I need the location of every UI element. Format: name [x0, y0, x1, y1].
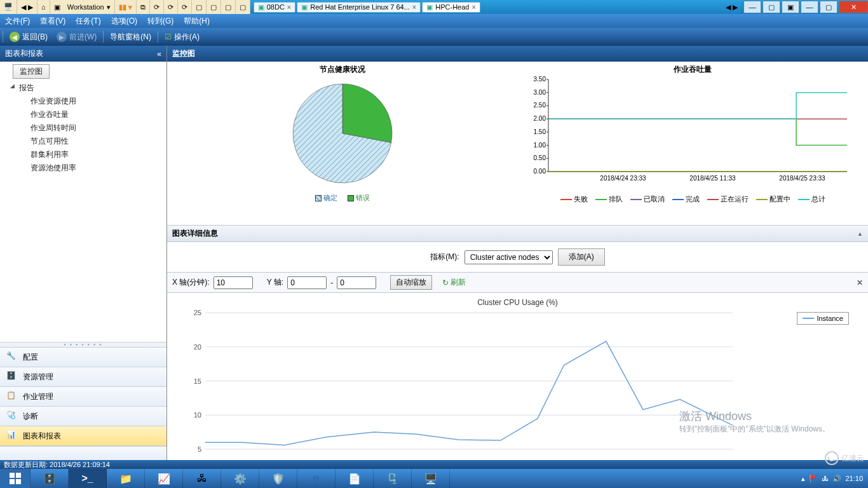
yaxis-to-input[interactable] [337, 276, 376, 289]
vm-tool-icon-1[interactable]: ⧉ [137, 0, 150, 14]
svg-text:2.00: 2.00 [533, 115, 546, 122]
vm-tab[interactable]: ▣08DC× [254, 2, 296, 13]
legend-item: 排队 [595, 194, 623, 204]
task-ie-icon[interactable]: e [297, 469, 336, 488]
task-explorer-icon[interactable]: 📁 [107, 469, 145, 488]
tray-up-icon[interactable]: ▴ [801, 475, 805, 483]
tray-net-icon[interactable]: 🖧 [822, 475, 829, 482]
tree-item[interactable]: 作业资源使用 [13, 95, 166, 108]
vm-max-icon[interactable]: ▢ [763, 1, 780, 13]
cpu-title: Cluster CPU Usage (%) [180, 298, 855, 307]
menu-item[interactable]: 文件(F) [0, 16, 35, 27]
tree-item[interactable]: 群集利用率 [13, 148, 166, 161]
inner-max-icon[interactable]: ▢ [820, 1, 837, 13]
task-host-icon[interactable]: 🖥️ [412, 469, 450, 488]
xaxis-input[interactable] [214, 276, 253, 289]
vm-pause-icon[interactable]: ▮▮ ▾ [115, 0, 137, 14]
yaxis-label: Y 轴: [267, 277, 283, 288]
svg-text:20: 20 [194, 343, 201, 351]
legend-item: 完成 [672, 194, 700, 204]
vm-tab[interactable]: ▣HPC-Head× [422, 2, 480, 13]
svg-text:3.50: 3.50 [533, 76, 546, 83]
legend-item: 已取消 [630, 194, 665, 204]
svg-text:2018/4/25 11:33: 2018/4/25 11:33 [689, 175, 736, 182]
cpu-legend: Instance [797, 312, 849, 325]
tree-parent-reports[interactable]: ◢报告 [13, 81, 166, 95]
vm-tool-icon-3[interactable]: ⟳ [164, 0, 178, 14]
xaxis-label: X 轴(分钟): [172, 277, 210, 288]
yaxis-from-input[interactable] [287, 276, 327, 289]
refresh-button[interactable]: ↻刷新 [442, 277, 466, 288]
task-gear-icon[interactable]: ⚙️ [221, 469, 259, 488]
vm-tab-nav[interactable]: ◀ ▶ [722, 0, 742, 14]
pie-svg [279, 76, 406, 191]
tree-item[interactable]: 作业吞吐量 [13, 108, 166, 121]
detail-header[interactable]: 图表详细信息▲ [167, 226, 868, 242]
tab-close-icon[interactable]: × [471, 3, 475, 11]
task-powershell-icon[interactable]: >_ [69, 469, 107, 488]
sidebar-grip[interactable]: ● ● ● ● ● ● ● [0, 342, 166, 347]
menu-item[interactable]: 选项(O) [106, 16, 142, 27]
menu-item[interactable]: 任务(T) [71, 16, 105, 27]
navpane-button[interactable]: 导航窗格(N) [106, 30, 155, 44]
task-archive-icon[interactable]: 🗜️ [374, 469, 412, 488]
close-icon[interactable]: ✕ [857, 278, 863, 287]
task-monitor-icon[interactable]: 📈 [145, 469, 183, 488]
autoscale-button[interactable]: 自动缩放 [390, 275, 432, 290]
back-button[interactable]: ◀返回(B) [6, 30, 51, 44]
menu-item[interactable]: 帮助(H) [179, 16, 215, 27]
task-cluster-icon[interactable]: 🖧 [183, 469, 221, 488]
legend-item: 配置中 [756, 194, 790, 204]
sidebar-header: 图表和报表« [0, 46, 166, 62]
vm-tool-icon-8[interactable]: ▢ [236, 0, 250, 14]
forward-icon: ▶ [57, 32, 67, 42]
cpu-svg: 510152025 [180, 309, 841, 456]
vm-min-icon[interactable]: — [743, 1, 761, 13]
svg-text:2018/4/24 23:33: 2018/4/24 23:33 [600, 175, 646, 182]
tree-item[interactable]: 作业周转时间 [13, 121, 166, 135]
inner-min-icon[interactable]: — [801, 1, 818, 13]
vm-tool-icon-5[interactable]: ▢ [192, 0, 207, 14]
app-menubar: 文件(F)查看(V)任务(T)选项(O)转到(G)帮助(H) [0, 14, 868, 28]
task-notes-icon[interactable]: 📄 [336, 469, 374, 488]
svg-text:5: 5 [198, 445, 201, 453]
vm-tab[interactable]: ▣Red Hat Enterprise Linux 7 64...× [297, 2, 421, 13]
menu-item[interactable]: 转到(G) [142, 16, 179, 27]
metric-select[interactable]: Cluster active nodes [465, 250, 553, 264]
sidebar-tab-3[interactable]: 🩺诊断 [0, 407, 166, 426]
tree-item[interactable]: 资源池使用率 [13, 161, 166, 175]
sidebar-tab-0[interactable]: 🔧配置 [0, 348, 166, 367]
legend-item: 正在运行 [707, 194, 749, 204]
vm-tool-icon-4[interactable]: ⟳ [178, 0, 192, 14]
tray-vol-icon[interactable]: 🔊 [832, 475, 841, 483]
tab-close-icon[interactable]: × [412, 3, 416, 11]
svg-text:1.50: 1.50 [533, 128, 546, 135]
task-servermgr-icon[interactable]: 🗄️ [31, 469, 69, 488]
sidebar-tab-1[interactable]: 🗄️资源管理 [0, 367, 166, 387]
add-button[interactable]: 添加(A) [558, 248, 605, 266]
menu-item[interactable]: 查看(V) [35, 16, 71, 27]
vm-tool-icon-7[interactable]: ▢ [221, 0, 236, 14]
monitor-chart-button[interactable]: 监控图 [13, 64, 50, 79]
workstation-dropdown[interactable]: Workstation [67, 3, 104, 11]
vm-nav-group: ◀ ▶ [17, 0, 37, 14]
tray-clock[interactable]: 21:10 [845, 475, 863, 482]
tray-flag-icon[interactable]: 🚩 [809, 475, 818, 483]
legend-item: 确定 [315, 193, 337, 203]
start-button[interactable] [0, 469, 31, 488]
taskbar: 🗄️ >_ 📁 📈 🖧 ⚙️ 🛡️ e 📄 🗜️ 🖥️ ▴ 🚩 🖧 🔊 21:1… [0, 469, 868, 488]
tab-close-icon[interactable]: × [287, 3, 291, 11]
inner-close-icon[interactable]: ✕ [839, 1, 868, 13]
vm-tool-icon-2[interactable]: ⟳ [150, 0, 164, 14]
sidebar-tab-4[interactable]: 📊图表和报表 [0, 426, 166, 446]
collapse-caret-icon[interactable]: ▲ [857, 231, 863, 237]
vm-home-icon[interactable]: ⌂ [37, 0, 50, 14]
vm-close1-icon[interactable]: ▣ [782, 1, 799, 13]
vm-tool-icon-6[interactable]: ▢ [207, 0, 221, 14]
metric-row: 指标(M): Cluster active nodes 添加(A) [167, 242, 868, 272]
tree-item[interactable]: 节点可用性 [13, 135, 166, 148]
actions-button[interactable]: ☑操作(A) [161, 30, 203, 44]
collapse-icon[interactable]: « [157, 50, 161, 58]
sidebar-tab-2[interactable]: 📋作业管理 [0, 387, 166, 407]
task-shield-icon[interactable]: 🛡️ [259, 469, 297, 488]
